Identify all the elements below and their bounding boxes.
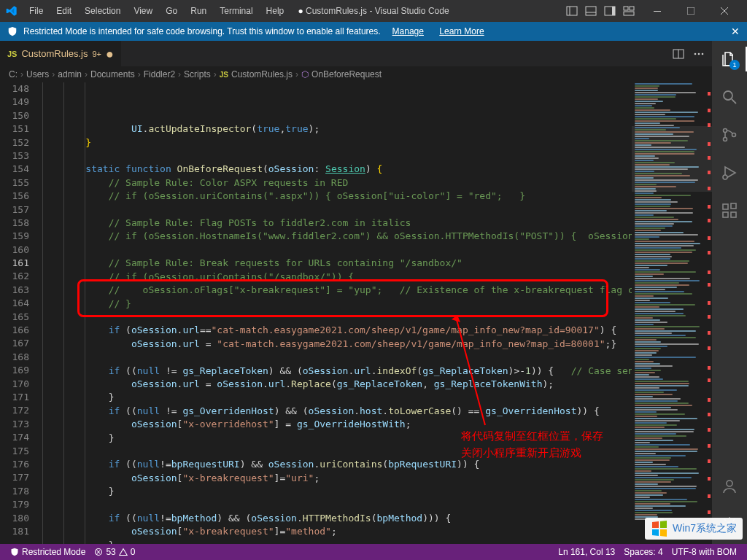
menu-view[interactable]: View: [128, 3, 158, 19]
svg-point-17: [702, 52, 704, 55]
line-number-gutter: 1481491501511521531541551561571581591601…: [0, 82, 42, 544]
svg-point-24: [732, 133, 736, 137]
menu-run[interactable]: Run: [185, 3, 212, 19]
minimize-button[interactable]: [640, 0, 674, 22]
menu-help[interactable]: Help: [260, 3, 290, 19]
layout-controls: [566, 5, 640, 17]
status-encoding[interactable]: UTF-8 with BOM: [667, 544, 741, 560]
svg-point-25: [723, 175, 727, 179]
window-title: ● CustomRules.js - Visual Studio Code: [298, 6, 449, 16]
vscode-logo-icon: [6, 5, 18, 17]
editor-tabs: JS CustomRules.js 9+ ●: [0, 41, 712, 66]
error-icon: [94, 548, 103, 556]
accounts-activity[interactable]: [712, 474, 747, 499]
menu-file[interactable]: File: [23, 3, 49, 19]
tab-problem-count: 9+: [93, 50, 102, 58]
svg-rect-29: [731, 203, 736, 209]
svg-point-16: [698, 52, 700, 55]
title-bar: File Edit Selection View Go Run Terminal…: [0, 0, 747, 22]
svg-rect-9: [654, 11, 661, 12]
source-control-activity[interactable]: [712, 122, 747, 147]
svg-point-23: [724, 138, 727, 141]
toggle-panel-right-icon[interactable]: [604, 5, 616, 17]
svg-line-21: [732, 99, 736, 104]
explorer-badge: 1: [729, 60, 740, 70]
code-area[interactable]: UI.actUpdateInspector(true,true); } stat…: [42, 82, 632, 544]
tab-filename: CustomRules.js: [21, 48, 88, 59]
svg-rect-10: [687, 7, 694, 15]
svg-rect-2: [586, 7, 596, 15]
status-bar: Restricted Mode 53 0 Ln 161, Col 13 Spac…: [0, 544, 747, 560]
svg-point-30: [727, 481, 732, 486]
svg-rect-5: [612, 7, 615, 15]
svg-point-20: [724, 91, 732, 100]
windows-logo-icon: [651, 520, 668, 537]
method-icon: ⬡: [301, 69, 309, 79]
shield-icon: [10, 548, 19, 556]
split-editor-icon[interactable]: [673, 48, 684, 60]
close-button[interactable]: [708, 0, 741, 22]
minimap[interactable]: [632, 82, 712, 544]
breadcrumb[interactable]: C:› Users› admin› Documents› Fiddler2› S…: [0, 66, 712, 82]
toggle-panel-bottom-icon[interactable]: [585, 5, 597, 17]
watermark: Win7系统之家: [645, 518, 743, 540]
more-actions-icon[interactable]: [693, 48, 705, 60]
menu-bar: File Edit Selection View Go Run Terminal…: [23, 3, 290, 19]
svg-rect-28: [731, 212, 736, 217]
activity-bar: 1: [712, 41, 747, 544]
dirty-indicator-icon: ●: [106, 47, 114, 61]
explorer-activity[interactable]: 1: [712, 47, 747, 71]
svg-rect-6: [624, 7, 628, 10]
svg-rect-8: [624, 12, 634, 15]
svg-point-22: [724, 129, 727, 133]
run-debug-activity[interactable]: [712, 160, 747, 185]
svg-rect-7: [630, 7, 634, 10]
maximize-button[interactable]: [674, 0, 708, 22]
js-file-icon: JS: [220, 71, 228, 79]
svg-rect-26: [723, 204, 728, 209]
menu-go[interactable]: Go: [160, 3, 183, 19]
status-cursor-position[interactable]: Ln 161, Col 13: [554, 544, 619, 560]
editor[interactable]: 1481491501511521531541551561571581591601…: [0, 82, 712, 544]
js-file-icon: JS: [7, 50, 17, 58]
window-controls: [640, 0, 741, 22]
status-restricted-mode[interactable]: Restricted Mode: [6, 544, 90, 560]
search-activity[interactable]: [712, 85, 747, 109]
close-banner-icon[interactable]: ✕: [731, 26, 740, 37]
svg-rect-0: [567, 7, 577, 15]
tab-customrules[interactable]: JS CustomRules.js 9+ ●: [0, 41, 122, 66]
svg-rect-27: [723, 212, 728, 217]
learn-more-link[interactable]: Learn More: [439, 26, 484, 36]
status-problems[interactable]: 53 0: [90, 544, 139, 560]
restricted-message: Restricted Mode is intended for safe cod…: [23, 26, 381, 36]
shield-icon: [7, 26, 18, 36]
status-indentation[interactable]: Spaces: 4: [619, 544, 667, 560]
menu-terminal[interactable]: Terminal: [214, 3, 258, 19]
menu-edit[interactable]: Edit: [50, 3, 77, 19]
warning-icon: [119, 548, 128, 556]
toggle-panel-left-icon[interactable]: [566, 5, 578, 17]
svg-point-15: [694, 52, 697, 55]
manage-link[interactable]: Manage: [392, 26, 424, 36]
extensions-activity[interactable]: [712, 198, 747, 223]
restricted-mode-banner: Restricted Mode is intended for safe cod…: [0, 22, 747, 41]
customize-layout-icon[interactable]: [623, 5, 635, 17]
menu-selection[interactable]: Selection: [79, 3, 126, 19]
